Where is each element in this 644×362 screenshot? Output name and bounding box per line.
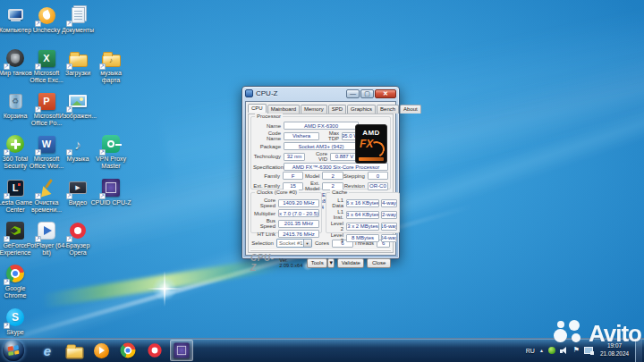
opera-icon: ↗ bbox=[67, 220, 89, 241]
network-icon[interactable] bbox=[584, 347, 594, 355]
world-of-tanks-icon: ↗ bbox=[4, 47, 26, 69]
action-center-flag-icon[interactable]: ⚑ bbox=[573, 347, 580, 354]
shortcut-arrow-icon: ↗ bbox=[35, 106, 41, 113]
language-indicator[interactable]: RU bbox=[526, 348, 535, 354]
cpuz-window-title: CPU-Z bbox=[256, 89, 346, 97]
tab-spd[interactable]: SPD bbox=[328, 105, 346, 114]
recycle-bin-icon: ♻ bbox=[4, 90, 26, 112]
desktop-icon-google-chrome[interactable]: ↗Google Chrome bbox=[0, 263, 36, 305]
cache-row-value: 3 x 64 KBytes bbox=[346, 211, 379, 219]
desktop-icon-label: Документы bbox=[57, 27, 98, 34]
clock-row-value: 201.35 MHz bbox=[278, 220, 319, 228]
field-label: Core VID bbox=[305, 151, 330, 162]
socket-selection-dropdown[interactable]: Socket #1 ▼ bbox=[276, 239, 312, 248]
tab-graphics[interactable]: Graphics bbox=[347, 105, 376, 114]
clock[interactable]: 19:07 21.08.2024 bbox=[598, 342, 631, 358]
tools-button[interactable]: Tools bbox=[307, 258, 327, 268]
show-desktop-button[interactable] bbox=[635, 339, 642, 362]
processor-group-label: Processor bbox=[255, 114, 283, 119]
cache-row-label: L1 Inst. bbox=[328, 209, 346, 220]
specification-value: AMD FX™-6300 Six-Core Processor bbox=[284, 163, 388, 171]
desktop-icon-cpuid-cpu-z[interactable]: ↗CPUID CPU-Z bbox=[90, 177, 131, 219]
shortcut-arrow-icon: ↗ bbox=[4, 279, 10, 285]
documents-icon: ↗ bbox=[67, 4, 89, 26]
maximize-button[interactable]: ▢ bbox=[360, 89, 374, 98]
shortcut-arrow-icon: ↗ bbox=[66, 21, 72, 27]
taskbar-icon-windows-explorer[interactable] bbox=[63, 340, 86, 361]
shortcut-arrow-icon: ↗ bbox=[99, 193, 106, 199]
hidden-icons-chevron-icon[interactable]: ▲ bbox=[539, 348, 544, 353]
tab-cpu[interactable]: CPU bbox=[248, 104, 267, 113]
start-button[interactable] bbox=[3, 340, 24, 361]
clock-row-label: Core Speed bbox=[253, 198, 278, 208]
360-security-tray-icon[interactable] bbox=[548, 347, 555, 354]
field-label: Revision bbox=[343, 183, 368, 189]
family-value: F bbox=[283, 172, 303, 180]
shortcut-arrow-icon: ↗ bbox=[99, 149, 106, 156]
revision-value: OR-C0 bbox=[368, 182, 388, 190]
stepping-value: 0 bbox=[368, 172, 388, 180]
system-tray: RU ▲ ⚑ 19:07 21.08.2024 bbox=[526, 339, 644, 362]
field-label: Name bbox=[253, 123, 284, 129]
tab-about[interactable]: About bbox=[400, 105, 421, 114]
taskbar-icon-opera[interactable] bbox=[143, 340, 166, 361]
tab-memory[interactable]: Memory bbox=[301, 105, 327, 114]
shortcut-arrow-icon: ↗ bbox=[4, 323, 10, 329]
desktop-icon-vpn-proxy-master[interactable]: ↗VPN Proxy Master bbox=[90, 133, 131, 175]
cpuz-cpu-page: Processor AMD FX Name AMD FX-6300 Code N… bbox=[248, 114, 394, 253]
shortcut-arrow-icon: ↗ bbox=[66, 106, 72, 113]
shortcut-arrow-icon: ↗ bbox=[35, 21, 41, 27]
minimize-button[interactable]: — bbox=[346, 89, 360, 98]
shortcut-arrow-icon: ↗ bbox=[66, 149, 72, 156]
taskbar-button-cpu-z[interactable] bbox=[170, 340, 193, 361]
field-label: Specification bbox=[253, 164, 284, 170]
desktop-icon-opera[interactable]: ↗Браузер Opera bbox=[57, 220, 98, 262]
wallpaper-green-streak bbox=[40, 257, 281, 308]
close-window-button[interactable]: Close bbox=[367, 258, 391, 268]
cache-row-ways: 16-way bbox=[381, 223, 397, 231]
desktop-icon-documents[interactable]: ↗Документы bbox=[57, 4, 98, 46]
taskbar-icon-potplayer[interactable] bbox=[89, 340, 113, 361]
music-icon: ♪↗ bbox=[67, 133, 89, 155]
clocks-group: Clocks (Core #0) Core Speed1409.20 MHzMu… bbox=[250, 192, 322, 233]
shortcut-arrow-icon: ↗ bbox=[66, 193, 72, 199]
volume-icon[interactable] bbox=[560, 347, 569, 355]
desktop-icon-label: Google Chrome bbox=[0, 285, 36, 299]
processor-group: Processor AMD FX Name AMD FX-6300 Code N… bbox=[250, 116, 391, 189]
desktop[interactable]: Компьютер↗Unchecky↗Документы↗Мир танковX… bbox=[0, 0, 644, 362]
unchecky-icon: ↗ bbox=[36, 4, 57, 26]
tab-mainboard[interactable]: Mainboard bbox=[267, 105, 300, 114]
tools-dropdown-arrow[interactable]: ▼ bbox=[327, 258, 335, 268]
cpuid-cpu-z-icon: ↗ bbox=[100, 177, 122, 198]
close-button[interactable]: ✕ bbox=[375, 89, 396, 98]
desktop-icon-muzyka-farta[interactable]: ♪↗музыка фарта bbox=[90, 47, 131, 89]
cpuz-tabbar: CPUMainboardMemorySPDGraphicsBenchAbout bbox=[246, 102, 395, 113]
tray-date: 21.08.2024 bbox=[600, 350, 629, 358]
clock-row-label: Bus Speed bbox=[253, 218, 278, 229]
cache-row-ways: 4-way bbox=[381, 199, 397, 207]
taskbar-icon-internet-explorer[interactable]: e bbox=[36, 340, 59, 361]
taskbar-icon-google-chrome[interactable] bbox=[116, 340, 140, 361]
shortcut-arrow-icon: ↗ bbox=[4, 149, 10, 156]
amd-fx-badge-logo: AMD FX bbox=[355, 124, 387, 164]
wallpaper-sparkle bbox=[152, 276, 177, 301]
desktop-icon-label: CPUID CPU-Z bbox=[90, 199, 131, 206]
desktop-icon-label: Skype bbox=[0, 329, 36, 336]
videos-icon: ▶↗ bbox=[67, 177, 89, 198]
socket-selection-value: Socket #1 bbox=[277, 240, 303, 246]
clocks-group-label: Clocks (Core #0) bbox=[255, 189, 299, 195]
cpuz-titlebar[interactable]: CPU-Z — ▢ ✕ bbox=[242, 87, 399, 100]
cache-rows: L1 Data6 x 16 KBytes4-wayL1 Inst.3 x 64 … bbox=[328, 198, 397, 243]
shortcut-arrow-icon: ↗ bbox=[4, 193, 10, 199]
validate-button[interactable]: Validate bbox=[337, 258, 364, 268]
shortcut-arrow-icon: ↗ bbox=[35, 149, 41, 156]
cpuz-window-icon bbox=[245, 89, 253, 97]
cpuz-footer-logo: CPU-Z bbox=[250, 253, 275, 273]
shortcut-arrow-icon: ↗ bbox=[35, 63, 41, 70]
tray-time: 19:07 bbox=[600, 342, 629, 350]
tab-bench[interactable]: Bench bbox=[377, 105, 399, 114]
pictures-icon: ↗ bbox=[67, 90, 89, 112]
desktop-icon-label: Изображен... bbox=[57, 113, 98, 120]
clocks-rows: Core Speed1409.20 MHzMultiplierx 7.0 (7.… bbox=[253, 198, 319, 238]
desktop-icon-pictures[interactable]: ↗Изображен... bbox=[57, 90, 98, 132]
